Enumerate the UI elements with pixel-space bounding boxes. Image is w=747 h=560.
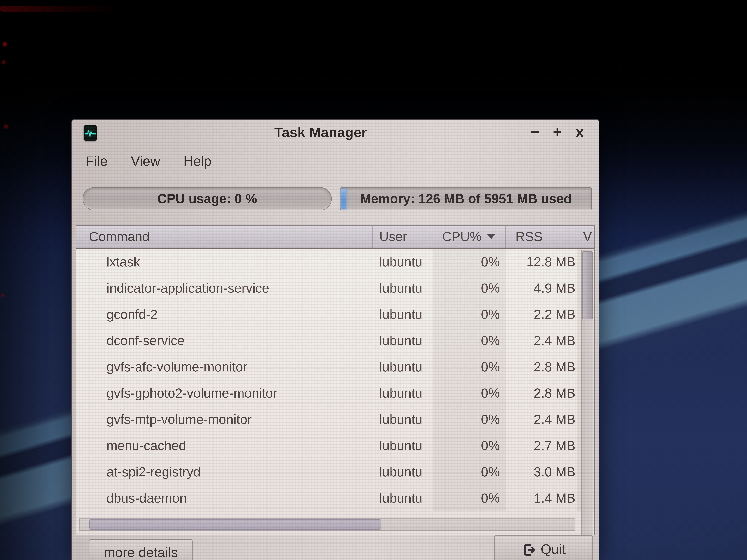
cell-cpu: 0% xyxy=(433,433,506,459)
task-manager-app-icon[interactable] xyxy=(84,125,97,141)
menubar: File View Help xyxy=(75,148,596,175)
horizontal-scrollbar[interactable] xyxy=(79,518,575,531)
table-row[interactable]: gvfs-gphoto2-volume-monitor lubuntu 0% 2… xyxy=(76,380,594,406)
cell-command: gvfs-afc-volume-monitor xyxy=(76,354,372,380)
minimize-button[interactable]: − xyxy=(524,121,546,144)
camera-artifact-speck xyxy=(2,124,10,130)
column-header-cpu-label: CPU% xyxy=(442,225,482,248)
cell-cpu: 0% xyxy=(433,485,506,511)
cell-user: lubuntu xyxy=(372,249,433,275)
cell-user: lubuntu xyxy=(372,275,433,301)
camera-artifact-speck xyxy=(0,59,7,65)
cell-user: lubuntu xyxy=(372,406,433,433)
close-button[interactable]: x xyxy=(568,121,591,144)
pulse-icon xyxy=(85,131,96,136)
cell-command: indicator-application-service xyxy=(76,275,372,301)
cell-command: gvfs-gphoto2-volume-monitor xyxy=(76,380,372,406)
table-row[interactable]: indicator-application-service lubuntu 0%… xyxy=(76,275,594,301)
cell-rss: 2.8 MB xyxy=(506,354,577,380)
window-controls: − + x xyxy=(524,121,591,147)
camera-artifact-streak xyxy=(0,6,122,12)
process-table: Command User CPU% RSS V lxtask lubuntu 0… xyxy=(76,225,595,535)
footer-bar: more details Quit xyxy=(72,535,599,560)
column-header-user[interactable]: User xyxy=(372,225,433,248)
table-row[interactable]: gvfs-afc-volume-monitor lubuntu 0% 2.8 M… xyxy=(76,354,594,380)
camera-artifact-speck xyxy=(1,41,9,48)
cell-cpu: 0% xyxy=(433,301,506,328)
cell-rss: 2.7 MB xyxy=(506,433,577,459)
cell-command: gvfs-mtp-volume-monitor xyxy=(76,406,372,433)
quit-logout-icon xyxy=(521,542,536,558)
cell-cpu: 0% xyxy=(433,249,506,275)
memory-progressbar: Memory: 126 MB of 5951 MB used xyxy=(340,187,592,211)
cell-command: dbus-daemon xyxy=(76,485,372,511)
cell-user: lubuntu xyxy=(372,380,433,406)
column-header-command[interactable]: Command xyxy=(76,225,372,248)
cell-user: lubuntu xyxy=(372,301,433,328)
cell-cpu: 0% xyxy=(433,380,506,406)
maximize-button[interactable]: + xyxy=(546,121,568,144)
cell-cpu: 0% xyxy=(433,354,506,380)
monitor-bars: CPU usage: 0 % Memory: 126 MB of 5951 MB… xyxy=(72,187,599,211)
cell-user: lubuntu xyxy=(372,459,433,485)
cell-command: lxtask xyxy=(76,249,372,275)
cell-rss: 2.8 MB xyxy=(506,380,577,406)
table-row[interactable]: gconfd-2 lubuntu 0% 2.2 MB xyxy=(76,301,594,328)
cell-cpu: 0% xyxy=(433,275,506,301)
cell-user: lubuntu xyxy=(372,485,433,511)
table-row[interactable]: dconf-service lubuntu 0% 2.4 MB xyxy=(76,328,594,354)
more-details-button[interactable]: more details xyxy=(89,539,192,560)
cell-cpu: 0% xyxy=(433,328,506,354)
cell-rss: 2.2 MB xyxy=(506,301,577,328)
menu-item-file[interactable]: File xyxy=(77,151,116,172)
vertical-scrollbar[interactable] xyxy=(581,250,593,535)
cell-user: lubuntu xyxy=(372,354,433,380)
table-header: Command User CPU% RSS V xyxy=(76,225,594,249)
table-body: lxtask lubuntu 0% 12.8 MB indicator-appl… xyxy=(76,249,594,511)
menu-item-view[interactable]: View xyxy=(122,151,169,172)
table-row[interactable]: lxtask lubuntu 0% 12.8 MB xyxy=(76,249,594,275)
titlebar[interactable]: Task Manager − + x xyxy=(72,119,599,148)
cell-cpu: 0% xyxy=(433,406,506,433)
task-manager-window: Task Manager − + x File View Help CPU us… xyxy=(72,119,599,560)
cell-cpu: 0% xyxy=(433,459,506,485)
column-header-vmsize-clipped[interactable]: V xyxy=(577,225,594,248)
column-header-cpu[interactable]: CPU% xyxy=(433,225,506,248)
cell-rss: 1.4 MB xyxy=(506,485,577,511)
cell-command: gconfd-2 xyxy=(76,301,372,328)
column-header-rss[interactable]: RSS xyxy=(506,225,577,248)
cpu-progressbar: CPU usage: 0 % xyxy=(83,187,332,211)
quit-button-label: Quit xyxy=(541,536,566,560)
cell-rss: 2.4 MB xyxy=(506,406,577,433)
table-row[interactable]: dbus-daemon lubuntu 0% 1.4 MB xyxy=(76,485,594,511)
quit-button[interactable]: Quit xyxy=(494,535,593,560)
menu-item-help[interactable]: Help xyxy=(175,151,220,172)
cell-command: at-spi2-registryd xyxy=(76,459,372,485)
cell-command: dconf-service xyxy=(76,328,372,354)
table-row[interactable]: menu-cached lubuntu 0% 2.7 MB xyxy=(76,433,594,459)
cell-rss: 3.0 MB xyxy=(506,459,577,485)
horizontal-scrollbar-thumb[interactable] xyxy=(89,519,381,530)
cell-rss: 12.8 MB xyxy=(506,249,577,275)
memory-usage-label: Memory: 126 MB of 5951 MB used xyxy=(340,188,591,210)
chevron-down-icon xyxy=(487,234,495,239)
camera-artifact-speck xyxy=(0,293,5,298)
cell-user: lubuntu xyxy=(372,328,433,354)
vertical-scrollbar-thumb[interactable] xyxy=(582,251,593,319)
cell-rss: 2.4 MB xyxy=(506,328,577,354)
window-title: Task Manager xyxy=(140,125,501,140)
cell-command: menu-cached xyxy=(76,433,372,459)
cell-user: lubuntu xyxy=(372,433,433,459)
photographed-screen: Task Manager − + x File View Help CPU us… xyxy=(0,0,747,560)
table-row[interactable]: gvfs-mtp-volume-monitor lubuntu 0% 2.4 M… xyxy=(76,406,594,433)
cell-rss: 4.9 MB xyxy=(506,275,577,301)
cpu-usage-label: CPU usage: 0 % xyxy=(83,188,331,210)
table-row[interactable]: at-spi2-registryd lubuntu 0% 3.0 MB xyxy=(76,459,594,485)
